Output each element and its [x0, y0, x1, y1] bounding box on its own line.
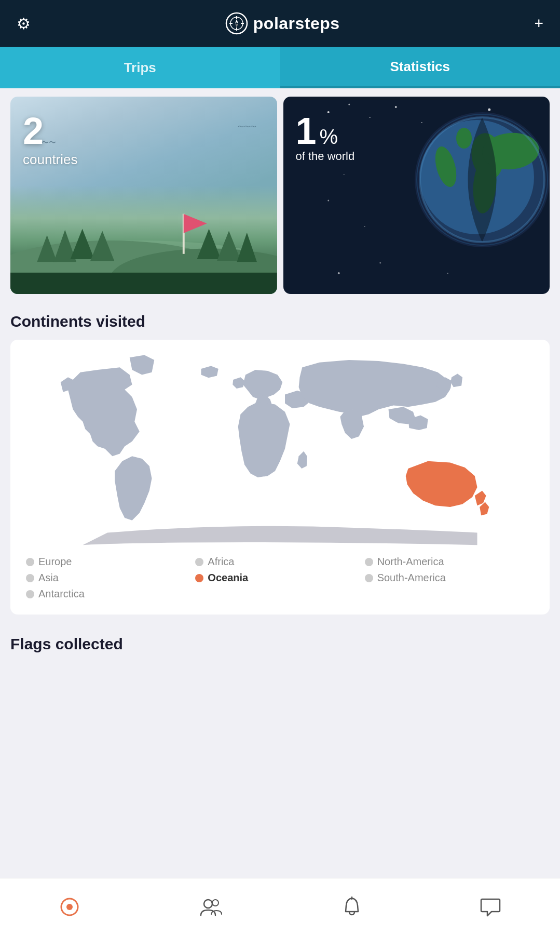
countries-label: countries	[23, 152, 265, 168]
continents-section: Continents visited	[0, 302, 560, 615]
legend-south-america: South-America	[365, 572, 534, 584]
landscape-svg	[10, 166, 277, 294]
tabs-bar: Trips Statistics	[0, 47, 560, 88]
birds-left-icon: 〜〜	[42, 138, 56, 148]
africa-label: Africa	[208, 556, 234, 568]
north-america-dot	[365, 558, 373, 566]
svg-point-30	[343, 174, 344, 175]
asia-label: Asia	[38, 572, 59, 584]
nav-messages[interactable]	[480, 897, 501, 917]
legend-antarctica: Antarctica	[26, 588, 195, 600]
europe-dot	[26, 558, 34, 566]
continents-legend: Europe Africa North-America Asia Oceania…	[21, 547, 539, 604]
svg-point-31	[327, 200, 329, 202]
continents-title: Continents visited	[10, 313, 550, 330]
legend-africa: Africa	[195, 556, 364, 568]
svg-marker-17	[237, 233, 257, 262]
friends-icon	[199, 897, 224, 917]
south-america-dot	[365, 574, 373, 582]
logo-compass-icon	[225, 12, 248, 35]
tab-statistics[interactable]: Statistics	[280, 47, 561, 88]
flags-title: Flags collected	[10, 635, 550, 653]
countries-card[interactable]: 2 countries 〜〜 〜〜〜	[10, 97, 277, 294]
world-number: 1	[296, 112, 317, 150]
oceania-dot	[195, 574, 203, 582]
flags-section: Flags collected	[0, 625, 560, 653]
continents-map-card: Europe Africa North-America Asia Oceania…	[10, 340, 550, 615]
svg-point-52	[212, 900, 218, 906]
world-label: of the world	[296, 150, 355, 163]
oceania-label: Oceania	[208, 572, 248, 584]
logo: polarsteps	[225, 12, 340, 35]
svg-rect-18	[10, 273, 277, 294]
svg-point-51	[204, 900, 212, 908]
legend-europe: Europe	[26, 556, 195, 568]
antarctica-label: Antarctica	[38, 588, 85, 600]
antarctica-dot	[26, 590, 34, 598]
world-card[interactable]: 1 % of the world	[283, 97, 550, 294]
north-america-label: North-America	[377, 556, 444, 568]
messages-icon	[480, 897, 501, 917]
svg-marker-20	[184, 214, 207, 233]
legend-north-america: North-America	[365, 556, 534, 568]
asia-dot	[26, 574, 34, 582]
svg-marker-7	[235, 23, 238, 28]
bottom-nav	[0, 878, 560, 935]
svg-point-36	[447, 273, 448, 274]
birds-right-icon: 〜〜〜	[238, 123, 256, 131]
world-stats: 1 % of the world	[296, 112, 538, 163]
svg-point-25	[394, 106, 397, 108]
svg-point-35	[379, 262, 381, 264]
south-america-label: South-America	[377, 572, 446, 584]
svg-point-37	[337, 272, 339, 274]
tab-trips[interactable]: Trips	[0, 47, 280, 88]
countries-number: 2	[23, 112, 265, 150]
header: ⚙ polarsteps +	[0, 0, 560, 47]
stats-cards-row: 2 countries 〜〜 〜〜〜	[0, 88, 560, 302]
world-pct: %	[320, 126, 338, 147]
settings-icon[interactable]: ⚙	[17, 15, 31, 33]
world-map-area	[21, 350, 539, 547]
svg-point-32	[364, 226, 365, 227]
add-icon[interactable]: +	[534, 15, 543, 32]
home-icon	[59, 897, 80, 917]
world-map-svg	[21, 350, 539, 547]
nav-notifications[interactable]	[343, 896, 361, 918]
logo-text: polarsteps	[253, 14, 340, 33]
nav-friends[interactable]	[199, 897, 224, 917]
svg-point-50	[66, 904, 73, 910]
notifications-icon	[343, 896, 361, 918]
nav-home[interactable]	[59, 897, 80, 917]
legend-asia: Asia	[26, 572, 195, 584]
africa-dot	[195, 558, 203, 566]
svg-marker-6	[235, 19, 238, 23]
europe-label: Europe	[38, 556, 72, 568]
legend-oceania: Oceania	[195, 572, 364, 584]
svg-point-22	[348, 104, 350, 105]
